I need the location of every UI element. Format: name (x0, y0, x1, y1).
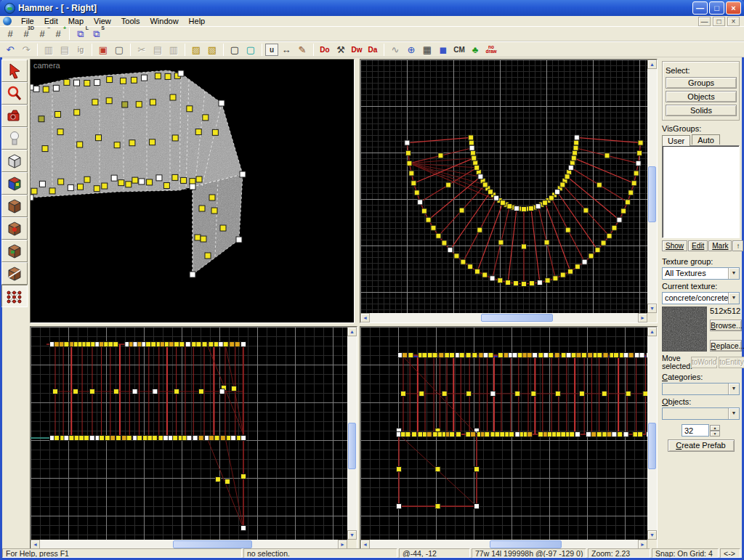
apply-texture-tool[interactable] (1, 195, 28, 217)
scroll-up-icon[interactable]: ▲ (347, 327, 357, 336)
no-draw-icon[interactable]: no draw (483, 43, 499, 57)
toggle-grid-icon[interactable]: # (2, 27, 18, 41)
scrollbar-thumb[interactable] (173, 540, 252, 548)
toggle-3d-grid-icon[interactable]: #3D (18, 27, 34, 41)
spin-down-button[interactable]: ▼ (710, 431, 720, 437)
browse-button[interactable]: Browse... (710, 320, 742, 331)
visgroup-show-button[interactable]: Show (662, 240, 687, 251)
hammer-compile-icon[interactable]: ⚒ (333, 43, 349, 57)
vertical-scrollbar[interactable]: ▲ ▼ (647, 327, 657, 540)
texture-application-u-icon[interactable]: u (265, 44, 278, 56)
menu-edit[interactable]: Edit (39, 17, 63, 25)
ungroup-icon[interactable]: ▤ (57, 43, 73, 57)
carve-icon[interactable]: ▢ (111, 43, 127, 57)
texture-group-select[interactable]: All Textures ▼ (662, 267, 740, 280)
horizontal-scrollbar[interactable]: ◄ ► (360, 313, 647, 322)
menu-tools[interactable]: Tools (116, 17, 145, 25)
chevron-down-icon[interactable]: ▼ (728, 268, 739, 279)
scroll-left-icon[interactable]: ◄ (360, 313, 370, 322)
select-box-icon[interactable]: ▢ (227, 43, 243, 57)
replace-button[interactable]: Replace... (710, 340, 742, 352)
select-solids-button[interactable]: Solids (666, 105, 737, 116)
leaf-icon[interactable]: ♣ (467, 43, 483, 57)
scrollbar-thumb[interactable] (648, 423, 656, 469)
menu-help[interactable]: Help (184, 17, 211, 25)
scroll-down-icon[interactable]: ▼ (647, 530, 657, 540)
run-da-icon[interactable]: Da (365, 43, 381, 57)
tab-user[interactable]: User (662, 135, 690, 146)
apply-decals-tool[interactable] (1, 217, 28, 240)
path-tool-icon[interactable]: ∿ (387, 43, 403, 57)
scroll-up-icon[interactable]: ▲ (647, 327, 657, 336)
scrollbar-thumb[interactable] (348, 423, 356, 469)
close-button[interactable]: × (726, 1, 741, 15)
group-icon[interactable]: ▥ (41, 43, 57, 57)
menu-view[interactable]: View (89, 17, 116, 25)
hatch-grid-icon[interactable]: ▦ (419, 43, 435, 57)
select-objects-button[interactable]: Objects (666, 91, 737, 102)
run-do-icon[interactable]: Do (317, 43, 333, 57)
tab-auto[interactable]: Auto (692, 134, 720, 145)
block-tool[interactable] (1, 150, 28, 172)
menu-map[interactable]: Map (63, 17, 89, 25)
blue-cube-icon[interactable]: ◼ (435, 43, 451, 57)
cut-icon[interactable]: ✂ (134, 43, 150, 57)
texture-application-tool[interactable] (1, 172, 28, 195)
redo-icon[interactable]: ↷ (18, 43, 34, 57)
prefab-scale-input[interactable] (682, 424, 709, 437)
scroll-down-icon[interactable]: ▼ (347, 530, 357, 540)
to-entity-button[interactable]: toEntity (719, 357, 744, 368)
selection-tool[interactable] (1, 60, 28, 82)
maximize-button[interactable]: □ (709, 1, 724, 15)
mdi-minimize-button[interactable]: — (698, 17, 711, 26)
ignore-groups-icon[interactable]: ig (73, 43, 89, 57)
scale-handles-icon[interactable]: ↔ (278, 43, 294, 57)
undo-icon[interactable]: ↶ (2, 43, 18, 57)
2d-wireframe-overlay[interactable] (360, 60, 647, 313)
mdi-close-button[interactable]: × (727, 17, 740, 26)
paste-icon[interactable]: ▥ (166, 43, 182, 57)
displacement-brush-icon[interactable]: ✎ (294, 43, 310, 57)
viewport-2d-side[interactable]: ▲ ▼◄ ► (360, 326, 658, 550)
cm-icon[interactable]: CM (451, 43, 467, 57)
entity-tool[interactable] (1, 127, 28, 150)
clipping-tool[interactable] (1, 262, 28, 285)
scrollbar-thumb[interactable] (490, 540, 562, 548)
vertical-scrollbar[interactable]: ▲ ▼ (647, 60, 657, 313)
current-texture-select[interactable]: concrete/concretefloor1 ▼ (662, 292, 740, 304)
run-dw-icon[interactable]: Dw (349, 43, 365, 57)
copy-icon[interactable]: ▤ (150, 43, 166, 57)
menu-file[interactable]: File (16, 17, 39, 25)
cordon-icon[interactable]: ⊕ (403, 43, 419, 57)
select-groups-button[interactable]: Groups (666, 77, 737, 89)
viewport-2d-top[interactable]: ▲ ▼◄ ► (360, 59, 658, 323)
spin-up-button[interactable]: ▲ (710, 425, 720, 431)
2d-wireframe-overlay[interactable] (360, 327, 647, 540)
3d-camera-canvas[interactable] (31, 60, 354, 322)
hollow-icon[interactable]: ▣ (95, 43, 111, 57)
scroll-up-icon[interactable]: ▲ (647, 60, 657, 69)
smaller-grid-icon[interactable]: #− (34, 27, 50, 41)
scrollbar-thumb[interactable] (481, 314, 553, 322)
visgroups-list[interactable] (662, 145, 740, 238)
title-bar[interactable]: Hammer - [ - Right] — □ × (0, 0, 744, 16)
objects-select[interactable]: ▼ (662, 407, 740, 420)
scrollbar-thumb[interactable] (648, 166, 656, 222)
minimize-button[interactable]: — (692, 1, 708, 15)
scroll-right-icon[interactable]: ► (638, 313, 647, 322)
menu-window[interactable]: Window (145, 17, 183, 25)
save-window-state-icon[interactable]: ⧉S (89, 27, 105, 41)
vertex-tool[interactable] (1, 285, 28, 307)
create-prefab-button[interactable]: Create Prefab (668, 439, 735, 452)
texture-scale-lock-icon[interactable]: ▧ (204, 43, 220, 57)
categories-select[interactable]: ▼ (662, 383, 740, 395)
visgroup-mark-button[interactable]: Mark (708, 240, 732, 251)
visgroup-edit-button[interactable]: Edit (688, 240, 708, 251)
visgroup-up-button[interactable]: ↑ (732, 240, 743, 251)
mdi-restore-button[interactable]: □ (713, 17, 725, 26)
2d-wireframe-overlay[interactable] (31, 327, 347, 540)
magnify-box-icon[interactable]: ▢ (243, 43, 259, 57)
chevron-down-icon[interactable]: ▼ (728, 293, 739, 304)
overlay-tool[interactable] (1, 240, 28, 262)
viewport-3d-camera[interactable]: camera (30, 59, 355, 323)
